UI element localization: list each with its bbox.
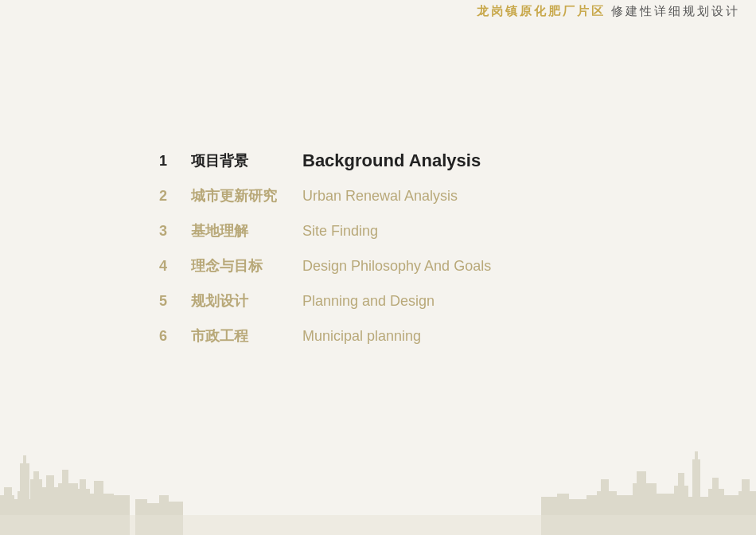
- header-title-desc: 修建性详细规划设计: [611, 4, 740, 18]
- menu-zh-3: 基地理解: [191, 213, 302, 248]
- menu-zh-2: 城市更新研究: [191, 178, 302, 213]
- menu-en-3: Site Finding: [302, 213, 637, 248]
- menu-row-3: 3基地理解Site Finding: [159, 213, 637, 248]
- menu-row-6: 6市政工程Municipal planning: [159, 318, 637, 353]
- menu-num-1: 1: [159, 143, 191, 178]
- menu-num-3: 3: [159, 213, 191, 248]
- main-content: 1项目背景Background Analysis2城市更新研究Urban Ren…: [159, 143, 637, 353]
- menu-zh-5: 规划设计: [191, 283, 302, 318]
- menu-row-2: 2城市更新研究Urban Renewal Analysis: [159, 178, 637, 213]
- menu-num-4: 4: [159, 248, 191, 283]
- menu-row-4: 4理念与目标Design Philosophy And Goals: [159, 248, 637, 283]
- menu-num-2: 2: [159, 178, 191, 213]
- menu-en-5: Planning and Design: [302, 283, 637, 318]
- header-bar: 龙岗镇原化肥厂片区 修建性详细规划设计: [0, 0, 756, 22]
- menu-zh-1: 项目背景: [191, 143, 302, 178]
- menu-en-4: Design Philosophy And Goals: [302, 248, 637, 283]
- menu-en-6: Municipal planning: [302, 318, 637, 353]
- menu-en-1: Background Analysis: [302, 143, 637, 178]
- menu-num-5: 5: [159, 283, 191, 318]
- menu-row-5: 5规划设计Planning and Design: [159, 283, 637, 318]
- menu-en-2: Urban Renewal Analysis: [302, 178, 637, 213]
- header-title: 龙岗镇原化肥厂片区 修建性详细规划设计: [477, 4, 740, 19]
- city-silhouette: [0, 439, 756, 535]
- menu-zh-4: 理念与目标: [191, 248, 302, 283]
- header-title-cn: 龙岗镇原化肥厂片区: [477, 4, 606, 18]
- menu-zh-6: 市政工程: [191, 318, 302, 353]
- menu-num-6: 6: [159, 318, 191, 353]
- menu-row-1: 1项目背景Background Analysis: [159, 143, 637, 178]
- svg-rect-42: [0, 515, 756, 535]
- menu-table: 1项目背景Background Analysis2城市更新研究Urban Ren…: [159, 143, 637, 353]
